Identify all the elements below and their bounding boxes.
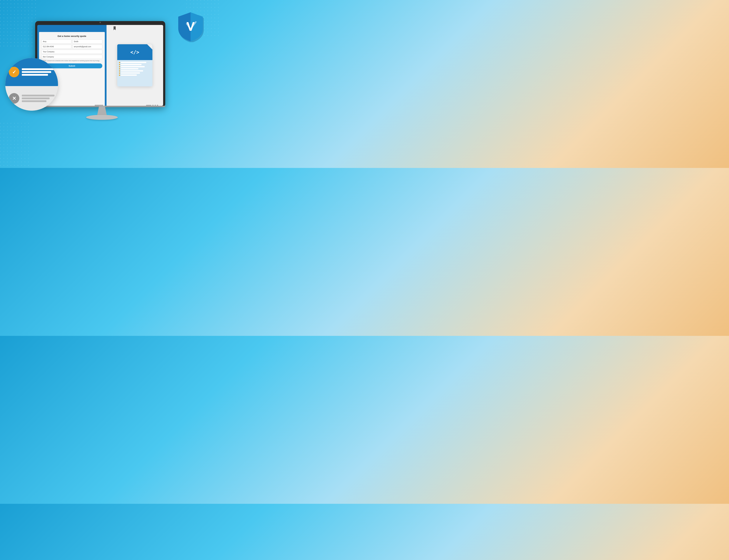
name-row: Amy Smith (41, 40, 102, 44)
first-name-field[interactable]: Amy (41, 40, 71, 44)
card-line-2 (22, 71, 51, 73)
code-line-3 (119, 66, 151, 67)
code-line-7 (119, 74, 151, 76)
consent-text: "Submit" I consent to be contacted at th… (41, 60, 102, 62)
xmark-icon: ✕ (12, 96, 16, 101)
bullet-7 (119, 75, 120, 76)
bar-6 (121, 72, 140, 74)
power-indicators (146, 105, 158, 106)
checkmark-icon: ✓ (12, 69, 16, 75)
phone-field[interactable]: 512-394-4546 (41, 45, 71, 49)
code-line-2 (119, 64, 151, 65)
notification-card: ✓ ✕ (5, 58, 58, 111)
code-line-6 (119, 72, 151, 74)
monitor-stand-neck (97, 106, 107, 116)
bar-3 (121, 66, 145, 67)
code-tag: </> (130, 49, 139, 55)
gray-line-2 (22, 97, 50, 99)
bar-2 (121, 64, 141, 65)
code-line-5 (119, 70, 151, 71)
monitor-vents (95, 105, 103, 106)
bookmark-icon (113, 26, 116, 30)
code-doc-body (117, 60, 152, 86)
code-line-4 (119, 68, 151, 69)
rejected-icon-circle: ✕ (9, 93, 19, 104)
monitor: Get a home security quote Amy Smith 512-… (35, 21, 169, 123)
code-doc-header: </> (117, 44, 152, 60)
bullet-2 (119, 64, 120, 65)
code-document: </> (117, 44, 152, 86)
card-line-1 (22, 68, 54, 70)
bullet-4 (119, 68, 120, 69)
company2-field[interactable]: ther Company (41, 55, 102, 59)
code-line-1 (119, 62, 151, 63)
company1-field[interactable]: Your Company (41, 50, 102, 54)
form-title: Get a home security quote (41, 35, 102, 37)
approved-card-lines (22, 68, 54, 76)
bar-7 (121, 74, 137, 76)
bullet-3 (119, 66, 120, 67)
bullet-5 (119, 70, 120, 71)
svg-text:V: V (186, 20, 195, 33)
screen-right-panel: </> (106, 25, 163, 106)
monitor-stand-base (86, 115, 118, 120)
shield-logo: V (176, 11, 205, 42)
gray-line-1 (22, 95, 54, 96)
bullet-6 (119, 73, 120, 74)
code-lines (119, 62, 151, 76)
svg-rect-1 (0, 0, 39, 49)
email-field[interactable]: amysmith@gmail.com (72, 45, 102, 49)
svg-rect-3 (0, 123, 32, 168)
bar-5 (121, 70, 143, 71)
gray-line-3 (22, 100, 46, 102)
bullet-1 (119, 62, 120, 63)
approved-icon-circle: ✓ (9, 67, 19, 77)
rejected-card-lines (22, 95, 54, 102)
bar-1 (121, 62, 146, 63)
camera-dot (99, 22, 101, 23)
card-line-3 (22, 74, 48, 76)
bar-4 (121, 68, 138, 69)
last-name-field[interactable]: Smith (72, 40, 102, 44)
contact-row: 512-394-4546 amysmith@gmail.com (41, 45, 102, 49)
